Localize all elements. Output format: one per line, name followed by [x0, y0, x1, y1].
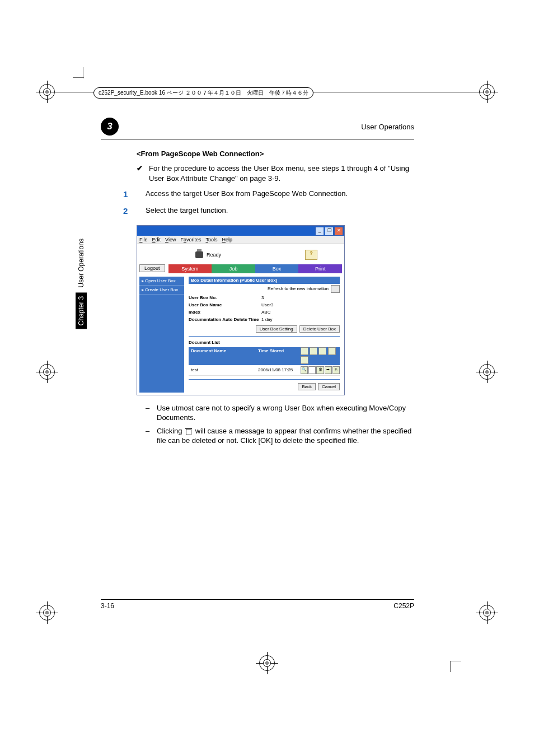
step-number: 2: [123, 206, 146, 217]
printer-icon: [195, 251, 203, 258]
side-tab-title: User Operations: [76, 235, 87, 291]
crop-mark-icon: [73, 67, 84, 78]
sidebar-item-create-user-box[interactable]: Create User Box: [139, 286, 184, 295]
side-tab: Chapter 3 User Operations: [77, 235, 85, 329]
table-row: test 2006/11/08 17:25 🔍 🗑 ➡ ⎘: [189, 365, 340, 376]
header-download-icon: [310, 347, 317, 355]
page-footer: 3-16 C252P: [101, 599, 414, 610]
menu-file[interactable]: File: [139, 237, 148, 242]
doc-list-title: Document List: [189, 340, 340, 345]
step-number: 1: [123, 189, 146, 200]
trash-icon[interactable]: 🗑: [316, 366, 324, 374]
refresh-icon[interactable]: [331, 285, 340, 293]
field-value: 1 day: [261, 317, 273, 322]
cell-document-name[interactable]: test: [189, 366, 256, 374]
col-document-name: Document Name: [189, 347, 256, 365]
header-delete-icon: [318, 347, 326, 355]
registration-mark-icon: [39, 364, 55, 380]
main-heading: Box Detail Information (Public User Box): [189, 277, 340, 284]
tab-box[interactable]: Box: [255, 264, 299, 273]
check-icon: ✔: [137, 164, 149, 183]
user-box-setting-button[interactable]: User Box Setting: [256, 325, 297, 333]
registration-mark-icon: [479, 84, 495, 100]
registration-mark-icon: [39, 84, 55, 100]
close-button[interactable]: ✕: [334, 227, 343, 236]
side-tab-chapter: Chapter 3: [76, 293, 87, 329]
field-value: ABC: [261, 310, 270, 315]
registration-mark-icon: [39, 605, 55, 620]
sidebar: Open User Box Create User Box: [139, 277, 184, 393]
note-text: Use utmost care not to specify a wrong U…: [157, 403, 414, 423]
status-label: Ready: [207, 252, 221, 258]
cell-time-stored: 2006/11/08 17:25: [256, 366, 301, 374]
intro-bullet: ✔ For the procedure to access the User B…: [137, 164, 414, 183]
copy-icon[interactable]: ⎘: [332, 366, 340, 374]
sidebar-item-open-user-box[interactable]: Open User Box: [139, 277, 184, 286]
col-actions: [301, 347, 340, 365]
registration-mark-icon: [479, 364, 495, 380]
footer-model: C252P: [394, 602, 414, 610]
menu-favorites[interactable]: Favorites: [180, 237, 201, 242]
trash-icon: [185, 427, 192, 435]
help-button[interactable]: ?: [305, 250, 317, 260]
move-icon[interactable]: ➡: [325, 366, 332, 374]
menu-help[interactable]: Help: [222, 237, 232, 242]
section-title: <From PageScope Web Connection>: [137, 150, 414, 158]
running-head-title: User Operations: [361, 123, 414, 131]
menu-view[interactable]: View: [165, 237, 176, 242]
note-text-b: will cause a message to appear that conf…: [157, 427, 411, 445]
browser-menubar: File Edit View Favorites Tools Help: [137, 236, 344, 244]
refresh-label: Refresh to the new information: [268, 286, 329, 291]
field-value: 3: [261, 295, 264, 300]
maximize-button[interactable]: ❐: [325, 227, 334, 236]
note-2: – Clicking will cause a message to appea…: [146, 426, 414, 446]
registration-mark-icon: [479, 605, 495, 620]
step-1: 1 Access the target User Box from PageSc…: [123, 189, 414, 200]
running-head: 3 User Operations: [101, 118, 414, 139]
registration-mark-icon: [259, 655, 275, 671]
note-text: Clicking will cause a message to appear …: [157, 426, 414, 446]
menu-edit[interactable]: Edit: [152, 237, 161, 242]
book-header-info: c252P_security_E.book 16 ページ ２００７年４月１０日 …: [93, 87, 313, 99]
cancel-button[interactable]: Cancel: [318, 383, 340, 390]
field-key: Index: [189, 310, 261, 315]
header-copy-icon: [301, 356, 308, 364]
note-text-a: Clicking: [157, 427, 184, 435]
chapter-number: 3: [101, 118, 119, 136]
window-titlebar: _ ❐ ✕: [137, 226, 344, 236]
crop-mark-icon: [450, 661, 461, 672]
field-key: User Box Name: [189, 302, 261, 307]
back-button[interactable]: Back: [298, 383, 316, 390]
tab-job[interactable]: Job: [212, 264, 255, 273]
tab-print[interactable]: Print: [298, 264, 342, 273]
step-text: Select the target function.: [146, 206, 228, 217]
step-2: 2 Select the target function.: [123, 206, 414, 217]
step-text: Access the target User Box from PageScop…: [146, 189, 348, 200]
field-key: User Box No.: [189, 295, 261, 300]
header-move-icon: [328, 347, 336, 355]
table-header: Document Name Time Stored: [189, 347, 340, 365]
col-time-stored: Time Stored: [256, 347, 301, 365]
footer-page-number: 3-16: [101, 602, 114, 610]
logout-button[interactable]: Logout: [139, 264, 165, 272]
menu-tools[interactable]: Tools: [205, 237, 217, 242]
header-view-icon: [301, 347, 308, 355]
screenshot-window: _ ❐ ✕ File Edit View Favorites Tools Hel…: [137, 225, 345, 395]
intro-bullet-text: For the procedure to access the User Box…: [149, 164, 414, 183]
note-1: – Use utmost care not to specify a wrong…: [146, 403, 414, 423]
delete-user-box-button[interactable]: Delete User Box: [299, 325, 340, 333]
view-icon[interactable]: 🔍: [301, 366, 308, 374]
field-key: Documentation Auto Delete Time: [189, 317, 261, 322]
minimize-button[interactable]: _: [315, 227, 324, 236]
field-value: User3: [261, 302, 273, 307]
blank-icon: [308, 366, 316, 374]
tab-system[interactable]: System: [168, 264, 212, 273]
